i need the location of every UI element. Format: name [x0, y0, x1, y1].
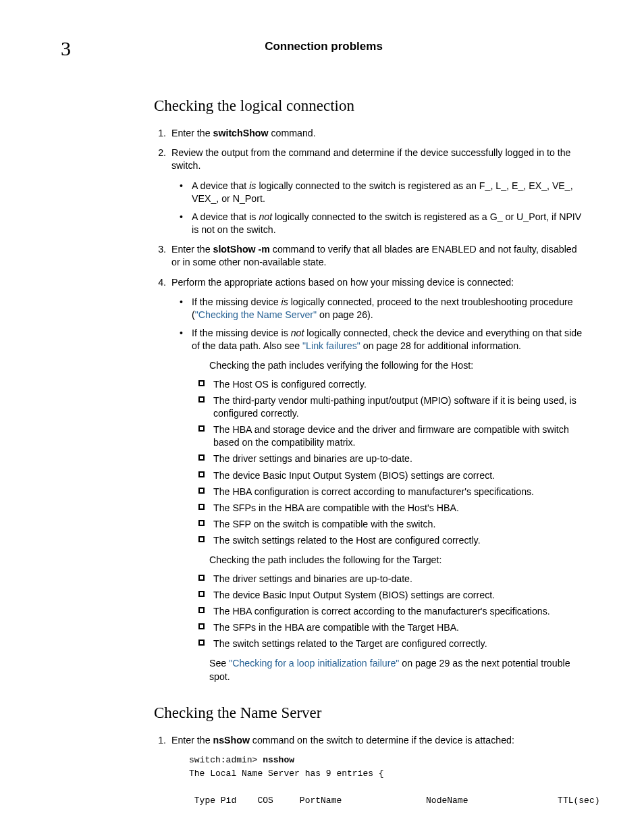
steps-list-ns: Enter the nsShow command on the switch t… [154, 734, 587, 808]
step-1: Enter the switchShow command. [169, 127, 587, 140]
section-heading-logical-connection: Checking the logical connection [154, 95, 587, 116]
checklist-item: The driver settings and binaries are up-… [209, 573, 587, 585]
chapter-number: 3 [61, 35, 71, 63]
checklist-item: The Host OS is configured correctly. [209, 378, 587, 391]
step-3: Enter the slotShow -m command to verify … [169, 243, 587, 269]
checklist-item: The HBA and storage device and the drive… [209, 423, 587, 449]
checklist-item: The driver settings and binaries are up-… [209, 452, 587, 465]
target-checks-intro: Checking the path includes the following… [209, 554, 587, 567]
cmd-nsshow: nsShow [213, 735, 250, 746]
steps-list: Enter the switchShow command. Review the… [154, 127, 587, 683]
cmd-switchshow: switchShow [213, 128, 269, 138]
checklist-item: The device Basic Input Output System (BI… [209, 469, 587, 482]
checklist-item: The SFP on the switch is compatible with… [209, 518, 587, 531]
checklist-item: The switch settings related to the Host … [209, 534, 587, 547]
cmd-slotshow: slotShow -m [213, 244, 270, 255]
checklist-item: The device Basic Input Output System (BI… [209, 589, 587, 602]
target-checklist: The driver settings and binaries are up-… [192, 573, 587, 651]
checklist-item: The SFPs in the HBA are compatible with … [209, 621, 587, 634]
link-loop-init-failure[interactable]: "Checking for a loop initialization fail… [229, 658, 399, 669]
ns-step-1: Enter the nsShow command on the switch t… [169, 734, 587, 808]
bullet-missing-not-connected: If the missing device is not logically c… [189, 327, 587, 683]
checklist-item: The HBA configuration is correct accordi… [209, 605, 587, 618]
checklist-item: The SFPs in the HBA are compatible with … [209, 502, 587, 515]
code-block-nsshow: switch:admin> nsshow The Local Name Serv… [189, 754, 587, 808]
link-link-failures[interactable]: "Link failures" [302, 340, 360, 351]
bullet-missing-is-connected: If the missing device is logically conne… [189, 296, 587, 321]
checklist-item: The switch settings related to the Targe… [209, 637, 587, 650]
checklist-item: The HBA configuration is correct accordi… [209, 486, 587, 498]
section-heading-name-server: Checking the Name Server [154, 702, 587, 723]
bullet-not-connected: A device that is not logically connected… [189, 211, 587, 236]
bullet-is-connected: A device that is logically connected to … [189, 180, 587, 205]
see-also: See "Checking for a loop initialization … [209, 657, 587, 683]
step-4: Perform the appropriate actions based on… [169, 276, 587, 683]
link-checking-name-server[interactable]: "Checking the Name Server" [195, 309, 317, 320]
step-2: Review the output from the command and d… [169, 147, 587, 236]
host-checks-intro: Checking the path includes verifying the… [209, 359, 587, 372]
host-checklist: The Host OS is configured correctly.The … [192, 378, 587, 548]
running-header: Connection problems [61, 39, 587, 55]
checklist-item: The third-party vendor multi-pathing inp… [209, 394, 587, 420]
